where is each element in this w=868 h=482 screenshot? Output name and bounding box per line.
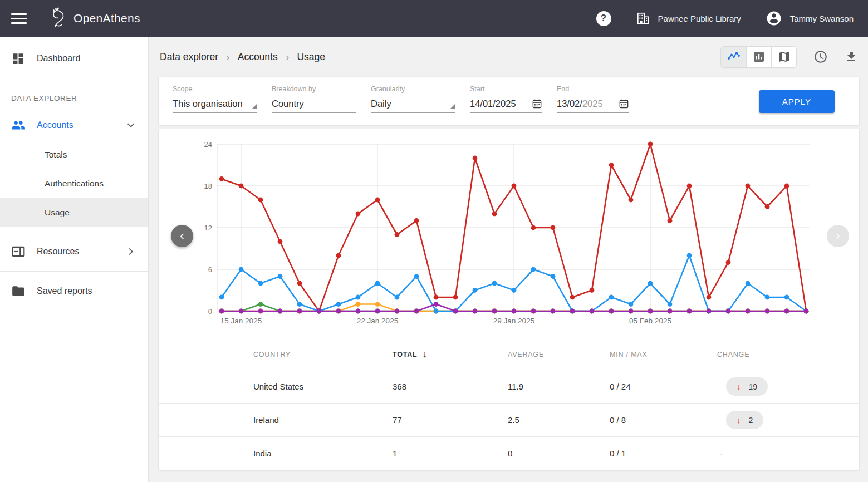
sort-descending-arrow-icon: ↓ <box>423 350 428 360</box>
download-icon[interactable] <box>845 50 858 63</box>
y-axis-tick-labels: 06121824 <box>204 140 212 316</box>
column-header-average[interactable]: AVERAGE <box>508 351 610 358</box>
svg-text:24: 24 <box>204 140 212 149</box>
openathens-logo-icon <box>49 7 69 30</box>
usage-report-card: 0612182415 Jan 202522 Jan 202529 Jan 202… <box>159 129 859 470</box>
total-cell: 77 <box>393 415 508 425</box>
chart-type-toggle <box>720 46 797 68</box>
table-row-india[interactable]: India100 / 1- <box>159 436 859 470</box>
building-icon <box>636 11 650 26</box>
line-chart-icon[interactable] <box>721 47 746 67</box>
column-header-total[interactable]: TOTAL↓ <box>393 350 508 360</box>
chevron-down-icon <box>125 119 137 131</box>
filter-label: Start <box>470 85 542 93</box>
organisation-switcher[interactable]: Pawnee Public Library <box>636 11 741 26</box>
account-icon <box>766 10 782 27</box>
arrow-down-icon: ↓ <box>737 382 741 391</box>
change-badge: ↓2 <box>726 411 763 429</box>
input-breakdown-by[interactable]: Country <box>272 98 356 113</box>
change-value: 19 <box>749 382 758 391</box>
usage-line-chart: 0612182415 Jan 202522 Jan 202529 Jan 202… <box>159 130 859 329</box>
filter-label: End <box>557 85 629 93</box>
average-cell: 0 <box>508 449 610 458</box>
menu-icon[interactable] <box>11 13 27 24</box>
chevron-right-icon: › <box>226 51 230 62</box>
breadcrumb-accounts[interactable]: Accounts <box>238 51 278 63</box>
sidebar-item-authentications[interactable]: Authentications <box>0 169 148 198</box>
table-row-ireland[interactable]: Ireland772.50 / 8↓2 <box>159 403 859 436</box>
bar-chart-icon[interactable] <box>746 47 771 67</box>
total-cell: 1 <box>393 449 508 458</box>
help-icon[interactable]: ? <box>596 11 611 26</box>
filter-value: Country <box>272 99 304 109</box>
dashboard-icon <box>11 51 26 66</box>
folder-icon <box>11 284 26 298</box>
user-name: Tammy Swanson <box>790 14 854 23</box>
table-row-united-states[interactable]: United States36811.90 / 24↓19 <box>159 370 859 403</box>
date-input-end[interactable]: 13/02/2025 <box>557 98 629 113</box>
sidebar-item-resources[interactable]: Resources <box>0 237 148 267</box>
sidebar-item-accounts[interactable]: Accounts <box>0 110 148 140</box>
chart-gridlines <box>217 144 810 311</box>
filter-label: Granularity <box>371 85 455 93</box>
filter-start: Start14/01/2025 <box>470 85 542 113</box>
sidebar-item-label: Accounts <box>37 120 73 130</box>
sidebar-item-label: Dashboard <box>37 53 80 63</box>
people-icon <box>11 118 26 132</box>
change-value: 2 <box>749 416 753 425</box>
svg-text:18: 18 <box>204 182 212 190</box>
dropdown-triangle-icon <box>450 104 455 109</box>
carousel-right-button[interactable]: › <box>827 225 849 247</box>
filter-breakdown-by: Breakdown byCountry <box>272 85 356 113</box>
sidebar: DashboardDATA EXPLORERAccountsTotalsAuth… <box>0 37 149 482</box>
min-max-cell: 0 / 1 <box>610 449 717 458</box>
map-icon[interactable] <box>771 47 796 67</box>
sidebar-item-label: Usage <box>45 208 70 218</box>
carousel-left-button[interactable]: ‹ <box>171 225 193 247</box>
column-header-change[interactable]: CHANGE <box>717 351 859 358</box>
svg-text:29 Jan 2025: 29 Jan 2025 <box>493 317 534 325</box>
history-clock-icon[interactable] <box>813 50 828 64</box>
dropdown-granularity[interactable]: Daily <box>371 98 455 113</box>
filter-label: Scope <box>173 85 257 93</box>
sidebar-item-dashboard[interactable]: Dashboard <box>0 43 148 73</box>
svg-text:6: 6 <box>208 265 212 274</box>
sidebar-divider <box>0 232 148 232</box>
column-header-country[interactable]: COUNTRY <box>253 351 393 358</box>
sidebar-item-usage[interactable]: Usage <box>0 198 148 227</box>
min-max-cell: 0 / 8 <box>610 415 717 425</box>
country-cell: India <box>253 449 393 458</box>
x-axis-tick-labels: 15 Jan 202522 Jan 202529 Jan 202505 Feb … <box>220 317 671 325</box>
arrow-down-icon: ↓ <box>737 415 741 425</box>
sidebar-divider <box>0 271 148 272</box>
svg-text:05 Feb 2025: 05 Feb 2025 <box>629 317 671 325</box>
change-value: - <box>719 449 722 458</box>
filter-bar: ScopeThis organisationBreakdown byCountr… <box>159 77 859 125</box>
user-menu[interactable]: Tammy Swanson <box>766 10 854 27</box>
column-header-min-max[interactable]: MIN / MAX <box>610 351 717 358</box>
change-cell: ↓2 <box>717 411 859 429</box>
dropdown-triangle-icon <box>252 104 257 109</box>
sidebar-item-label: Saved reports <box>37 286 92 296</box>
change-cell: - <box>717 449 859 458</box>
average-cell: 2.5 <box>508 415 610 425</box>
top-app-bar: OpenAthens ? Pawnee Public Library <box>0 0 868 37</box>
calendar-icon[interactable] <box>619 99 629 109</box>
min-max-cell: 0 / 24 <box>610 382 717 391</box>
table-header-row: COUNTRYTOTAL↓AVERAGEMIN / MAXCHANGE <box>159 340 859 370</box>
total-cell: 368 <box>393 382 508 391</box>
breadcrumb: Data explorer › Accounts › Usage <box>160 51 325 63</box>
filter-granularity: GranularityDaily <box>371 85 455 113</box>
apply-button[interactable]: APPLY <box>759 90 835 113</box>
filter-end: End13/02/2025 <box>557 85 629 113</box>
sidebar-item-saved-reports[interactable]: Saved reports <box>0 276 148 306</box>
brand: OpenAthens <box>49 7 140 30</box>
date-input-start[interactable]: 14/01/2025 <box>470 98 542 113</box>
calendar-icon[interactable] <box>532 99 542 109</box>
breadcrumb-data-explorer[interactable]: Data explorer <box>160 51 218 63</box>
average-cell: 11.9 <box>508 382 610 391</box>
sidebar-item-totals[interactable]: Totals <box>0 140 148 169</box>
dropdown-scope[interactable]: This organisation <box>173 98 257 113</box>
chevron-right-icon <box>125 245 137 258</box>
breadcrumb-usage: Usage <box>297 51 325 63</box>
